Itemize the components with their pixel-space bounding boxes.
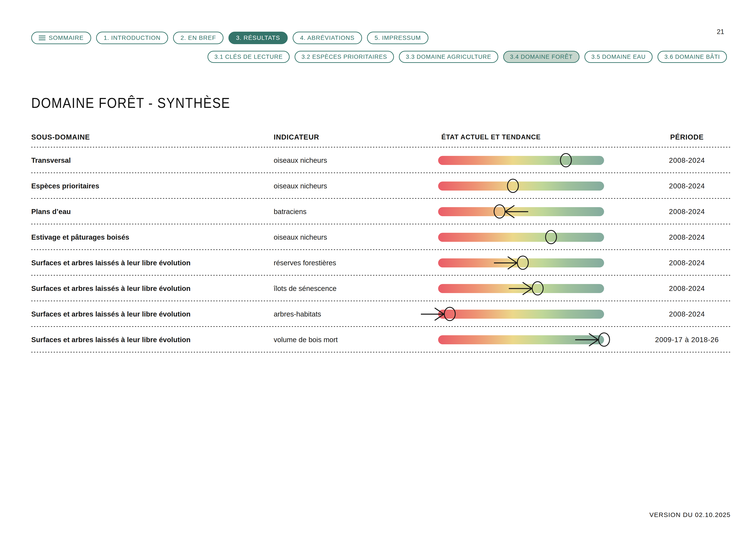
sous-domaine-cell: Surfaces et arbres laissés à leur libre … — [31, 336, 274, 344]
state-circle — [444, 307, 456, 321]
etat-tendance-cell — [438, 258, 643, 267]
periode-cell: 2008-2024 — [643, 156, 731, 165]
nav-pill[interactable]: 3. RÉSULTATS — [229, 32, 287, 44]
gradient-state-bar — [438, 182, 604, 191]
state-circle — [532, 281, 544, 295]
nav-pill-label: 5. IMPRESSUM — [375, 35, 421, 41]
sous-domaine-cell: Surfaces et arbres laissés à leur libre … — [31, 310, 274, 318]
nav-pill[interactable]: 1. INTRODUCTION — [96, 32, 168, 44]
etat-tendance-cell — [438, 156, 643, 165]
nav-pill[interactable]: 5. IMPRESSUM — [367, 32, 428, 44]
nav-pill[interactable]: 2. EN BREF — [173, 32, 224, 44]
sous-domaine-cell: Transversal — [31, 156, 274, 165]
trend-arrow-icon — [575, 333, 599, 346]
menu-icon — [39, 35, 45, 40]
nav-pill[interactable]: 3.5 DOMAINE EAU — [584, 51, 653, 63]
state-circle — [494, 204, 505, 218]
table-row: Transversal oiseaux nicheurs 2008-2024 — [31, 147, 731, 173]
table-body: Transversal oiseaux nicheurs 2008-2024 E… — [31, 147, 731, 352]
periode-cell: 2008-2024 — [643, 310, 731, 318]
nav-pill[interactable]: 3.2 ESPÈCES PRIORITAIRES — [295, 51, 394, 63]
etat-tendance-cell — [438, 284, 643, 293]
indicateur-cell: réserves forestières — [274, 259, 438, 267]
periode-cell: 2008-2024 — [643, 182, 731, 190]
nav-pill-label: 4. ABRÉVIATIONS — [300, 35, 355, 41]
nav-pill[interactable]: 3.3 DOMAINE AGRICULTURE — [399, 51, 498, 63]
sous-domaine-cell: Surfaces et arbres laissés à leur libre … — [31, 259, 274, 267]
indicateur-cell: îlots de sénescence — [274, 285, 438, 292]
nav-pill-label: 2. EN BREF — [180, 35, 216, 41]
gradient-state-bar — [438, 284, 604, 293]
table-row: Estivage et pâturages boisés oiseaux nic… — [31, 224, 731, 250]
nav-pill[interactable]: 3.6 DOMAINE BÂTI — [658, 51, 727, 63]
table-header-row: SOUS-DOMAINE INDICATEUR ÉTAT ACTUEL ET T… — [31, 127, 731, 147]
periode-cell: 2008-2024 — [643, 233, 731, 242]
header-etat-tendance: ÉTAT ACTUEL ET TENDANCE — [438, 133, 643, 141]
nav-pill[interactable]: 3.4 DOMAINE FORÊT — [503, 51, 580, 63]
nav-pill-label: 3.6 DOMAINE BÂTI — [664, 54, 720, 60]
trend-arrow-icon — [421, 308, 445, 321]
table-row: Plans d’eau batraciens 2008-2024 — [31, 199, 731, 224]
primary-nav: SOMMAIRE 1. INTRODUCTION 2. EN BREF 3. R… — [31, 32, 428, 44]
gradient-state-bar — [438, 310, 604, 319]
gradient-state-bar — [438, 335, 604, 344]
indicateur-cell: arbres-habitats — [274, 310, 438, 318]
table-row: Surfaces et arbres laissés à leur libre … — [31, 301, 731, 327]
state-circle — [517, 256, 528, 270]
header-indicateur: INDICATEUR — [274, 133, 438, 141]
sous-domaine-cell: Surfaces et arbres laissés à leur libre … — [31, 285, 274, 292]
nav-pill-label: 3.5 DOMAINE EAU — [591, 54, 646, 60]
nav-pill-label: 1. INTRODUCTION — [104, 35, 161, 41]
trend-arrow-icon — [504, 205, 528, 218]
periode-cell: 2009-17 à 2018-26 — [643, 336, 731, 344]
nav-pill[interactable]: 3.1 CLÉS DE LECTURE — [207, 51, 290, 63]
indicateur-cell: batraciens — [274, 208, 438, 216]
nav-pill-label: 3.3 DOMAINE AGRICULTURE — [406, 54, 491, 60]
synthesis-table: SOUS-DOMAINE INDICATEUR ÉTAT ACTUEL ET T… — [31, 127, 731, 352]
gradient-state-bar — [438, 233, 604, 242]
table-row: Surfaces et arbres laissés à leur libre … — [31, 276, 731, 301]
periode-cell: 2008-2024 — [643, 285, 731, 292]
version-footer: VERSION DU 02.10.2025 — [649, 511, 731, 519]
table-row: Surfaces et arbres laissés à leur libre … — [31, 250, 731, 276]
state-circle — [507, 179, 519, 193]
etat-tendance-cell — [438, 335, 643, 344]
sous-domaine-cell: Plans d’eau — [31, 208, 274, 216]
header-periode: PÉRIODE — [643, 133, 731, 141]
etat-tendance-cell — [438, 207, 643, 216]
etat-tendance-cell — [438, 233, 643, 242]
nav-pill[interactable]: SOMMAIRE — [31, 32, 91, 44]
page-title: DOMAINE FORÊT - SYNTHÈSE — [31, 94, 230, 111]
nav-pill[interactable]: 4. ABRÉVIATIONS — [293, 32, 362, 44]
state-circle — [598, 332, 610, 347]
secondary-nav: 3.1 CLÉS DE LECTURE 3.2 ESPÈCES PRIORITA… — [207, 51, 727, 63]
gradient-state-bar — [438, 207, 604, 216]
table-row: Espèces prioritaires oiseaux nicheurs 20… — [31, 173, 731, 199]
indicateur-cell: oiseaux nicheurs — [274, 182, 438, 190]
page-number: 21 — [717, 28, 724, 36]
gradient-state-bar — [438, 156, 604, 165]
state-circle — [560, 153, 572, 167]
nav-pill-label: 3.2 ESPÈCES PRIORITAIRES — [302, 54, 387, 60]
state-circle — [545, 230, 557, 244]
header-sous-domaine: SOUS-DOMAINE — [31, 133, 274, 141]
indicateur-cell: oiseaux nicheurs — [274, 156, 438, 165]
periode-cell: 2008-2024 — [643, 259, 731, 267]
sous-domaine-cell: Estivage et pâturages boisés — [31, 233, 274, 242]
periode-cell: 2008-2024 — [643, 208, 731, 216]
nav-pill-label: 3.1 CLÉS DE LECTURE — [214, 54, 283, 60]
nav-pill-label: 3. RÉSULTATS — [236, 35, 280, 41]
nav-pill-label: 3.4 DOMAINE FORÊT — [510, 54, 573, 60]
table-row: Surfaces et arbres laissés à leur libre … — [31, 327, 731, 352]
sous-domaine-cell: Espèces prioritaires — [31, 182, 274, 190]
indicateur-cell: oiseaux nicheurs — [274, 233, 438, 242]
trend-arrow-icon — [509, 282, 533, 295]
indicateur-cell: volume de bois mort — [274, 336, 438, 344]
nav-pill-label: SOMMAIRE — [49, 35, 84, 41]
etat-tendance-cell — [438, 182, 643, 191]
trend-arrow-icon — [494, 256, 518, 269]
gradient-state-bar — [438, 258, 604, 267]
etat-tendance-cell — [438, 310, 643, 319]
